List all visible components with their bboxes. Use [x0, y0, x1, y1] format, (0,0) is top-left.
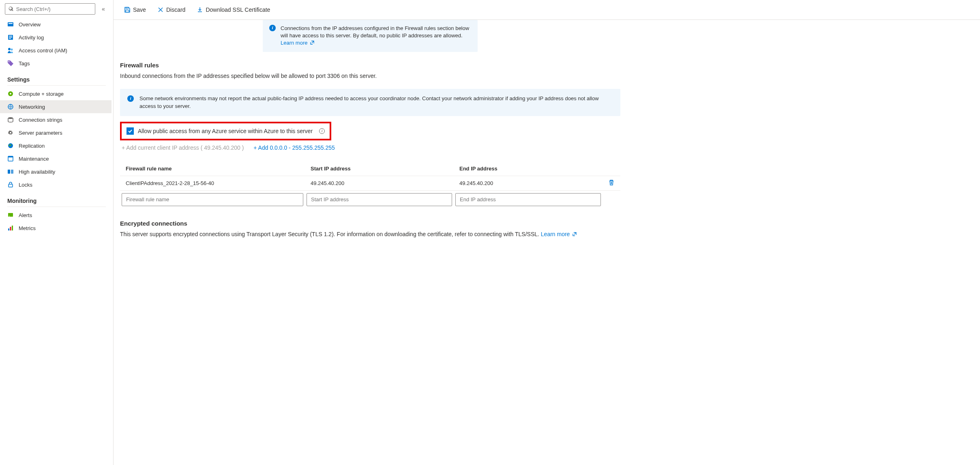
svg-point-12 [8, 117, 13, 119]
svg-rect-23 [12, 226, 13, 230]
nav-high-availability[interactable]: High availability [0, 165, 112, 178]
nav-label: Locks [19, 182, 32, 188]
main: Save Discard Download SSL Certificate i … [114, 0, 980, 465]
nav-maintenance[interactable]: Maintenance [0, 152, 112, 165]
sidebar: « Overview Activity log Access control (… [0, 0, 114, 465]
metrics-icon [7, 225, 14, 231]
search-input[interactable] [16, 6, 92, 12]
toolbar: Save Discard Download SSL Certificate [114, 0, 980, 20]
svg-rect-16 [8, 170, 10, 174]
external-link-icon [572, 232, 577, 237]
cell-start-ip: 49.245.40.200 [305, 176, 454, 190]
cell-rule-name: ClientIPAddress_2021-2-28_15-56-40 [120, 176, 305, 190]
learn-more-link[interactable]: Learn more [281, 40, 315, 46]
nav-alerts[interactable]: Alerts [0, 209, 112, 222]
save-label: Save [133, 6, 146, 13]
svg-point-8 [9, 61, 9, 62]
nav-compute-storage[interactable]: Compute + storage [0, 87, 112, 100]
nav-overview[interactable]: Overview [0, 18, 112, 31]
nav-label: Server parameters [19, 130, 62, 136]
new-rule-name-input[interactable] [122, 193, 303, 206]
search-icon [9, 6, 14, 12]
compute-icon [7, 90, 14, 97]
new-end-ip-input[interactable] [455, 193, 601, 206]
trash-icon [608, 179, 615, 186]
col-start-ip: Start IP address [305, 161, 454, 176]
nav-server-parameters[interactable]: Server parameters [0, 126, 112, 139]
firewall-rules-table: Firewall rule name Start IP address End … [120, 161, 620, 209]
discard-button[interactable]: Discard [154, 5, 189, 15]
save-icon [124, 6, 131, 13]
svg-rect-15 [8, 156, 13, 157]
svg-rect-22 [10, 227, 11, 230]
nav-section-settings: Settings [7, 72, 106, 86]
svg-rect-3 [9, 36, 12, 37]
nav-activity-log[interactable]: Activity log [0, 31, 112, 44]
external-link-icon [310, 40, 315, 45]
discard-icon [157, 6, 164, 13]
nav-metrics[interactable]: Metrics [0, 222, 112, 235]
svg-rect-21 [8, 228, 9, 230]
table-row-new [120, 190, 620, 209]
nav-label: Overview [19, 22, 41, 28]
nav-locks[interactable]: Locks [0, 178, 112, 191]
encrypted-connections-title: Encrypted connections [120, 220, 620, 227]
iam-icon [7, 47, 14, 54]
collapse-sidebar-button[interactable]: « [99, 4, 108, 14]
col-end-ip: End IP address [454, 161, 603, 176]
nav-section-monitoring: Monitoring [7, 194, 106, 207]
nav-connection-strings[interactable]: Connection strings [0, 113, 112, 126]
encrypted-connections-desc: This server supports encrypted connectio… [120, 231, 620, 237]
nav-tags[interactable]: Tags [0, 57, 112, 70]
firewall-rules-desc: Inbound connections from the IP addresse… [120, 73, 620, 79]
svg-point-6 [8, 48, 11, 50]
download-label: Download SSL Certificate [206, 6, 270, 13]
networking-icon [7, 103, 14, 110]
connstr-icon [7, 116, 14, 123]
svg-rect-17 [11, 170, 13, 174]
save-button[interactable]: Save [121, 5, 149, 15]
learn-more-link[interactable]: Learn more [541, 231, 577, 237]
new-start-ip-input[interactable] [307, 193, 452, 206]
nav-label: Activity log [19, 34, 44, 41]
svg-rect-20 [9, 216, 10, 216]
nav-label: Maintenance [19, 156, 49, 162]
nav-label: Metrics [19, 225, 36, 231]
log-icon [7, 34, 14, 41]
gear-icon [7, 129, 14, 136]
nav-label: Compute + storage [19, 91, 64, 97]
info-tooltip-icon[interactable]: i [319, 128, 325, 134]
firewall-rules-title: Firewall rules [120, 62, 620, 69]
nav-label: Connection strings [19, 117, 62, 123]
nav-networking[interactable]: Networking [0, 100, 112, 113]
nav-label: Tags [19, 60, 30, 67]
table-row: ClientIPAddress_2021-2-28_15-56-40 49.24… [120, 176, 620, 190]
cell-end-ip: 49.245.40.200 [454, 176, 603, 190]
nav-label: Access control (IAM) [19, 47, 67, 54]
add-full-range-link[interactable]: + Add 0.0.0.0 - 255.255.255.255 [253, 144, 335, 151]
download-icon [197, 6, 203, 13]
search-box[interactable] [5, 3, 95, 15]
svg-rect-1 [9, 23, 13, 24]
svg-rect-19 [8, 213, 13, 217]
nav-replication[interactable]: Replication [0, 139, 112, 152]
svg-point-10 [10, 93, 11, 95]
svg-point-7 [11, 49, 13, 51]
allow-azure-access-highlight: Allow public access from any Azure servi… [120, 122, 331, 140]
nav-access-control[interactable]: Access control (IAM) [0, 44, 112, 57]
svg-rect-4 [9, 37, 12, 38]
allow-azure-access-checkbox[interactable] [127, 127, 134, 135]
ha-icon [7, 168, 14, 175]
download-ssl-button[interactable]: Download SSL Certificate [193, 5, 273, 15]
col-rule-name: Firewall rule name [120, 161, 305, 176]
delete-rule-button[interactable] [603, 176, 620, 190]
nav-label: High availability [19, 169, 55, 175]
info-icon: i [269, 25, 276, 31]
maintenance-icon [7, 155, 14, 162]
info-icon: i [127, 95, 134, 102]
allow-azure-access-label: Allow public access from any Azure servi… [138, 128, 313, 134]
nav-label: Networking [19, 104, 45, 110]
info-box-firewall-intro: i Connections from the IP addresses conf… [263, 20, 478, 52]
tag-icon [7, 60, 14, 67]
info-text: Some network environments may not report… [139, 95, 613, 110]
